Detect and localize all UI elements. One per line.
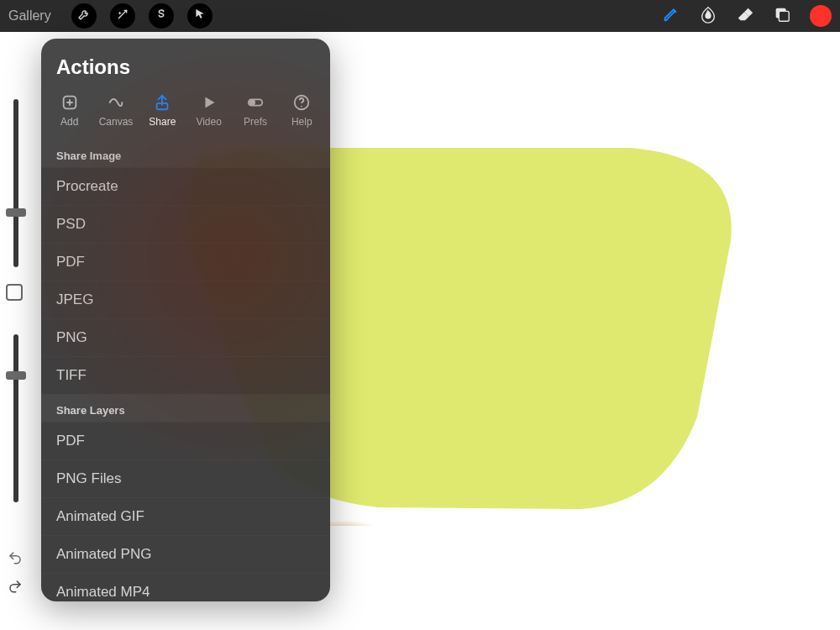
tab-prefs[interactable]: Prefs bbox=[232, 91, 278, 133]
tab-add[interactable]: Add bbox=[46, 91, 92, 133]
wrench-icon bbox=[77, 8, 91, 24]
magic-wand-icon bbox=[116, 8, 129, 24]
smudge-icon bbox=[699, 5, 717, 27]
share-format-item[interactable]: JPEG bbox=[41, 281, 330, 318]
share-format-item[interactable]: PSD bbox=[41, 205, 330, 243]
sidebar bbox=[0, 32, 25, 630]
smudge-tool-button[interactable] bbox=[699, 7, 717, 25]
tab-label: Add bbox=[60, 116, 78, 128]
undo-button[interactable] bbox=[7, 551, 24, 568]
tab-canvas[interactable]: Canvas bbox=[92, 91, 139, 133]
help-icon bbox=[291, 92, 312, 113]
brush-opacity-thumb[interactable] bbox=[6, 371, 26, 380]
tab-help[interactable]: Help bbox=[279, 91, 325, 133]
canvas-icon bbox=[106, 92, 126, 113]
layers-icon bbox=[773, 5, 791, 27]
share-image-header: Share Image bbox=[41, 139, 330, 167]
share-image-list: Procreate PSD PDF JPEG PNG TIFF bbox=[41, 167, 330, 394]
brush-size-thumb[interactable] bbox=[6, 208, 26, 217]
popover-tabs: Add Canvas Share Video Prefs Help bbox=[41, 91, 330, 139]
share-layers-list: PDF PNG Files Animated GIF Animated PNG … bbox=[41, 422, 330, 601]
modifier-button[interactable] bbox=[6, 284, 23, 301]
eraser-icon bbox=[736, 5, 754, 27]
actions-button[interactable] bbox=[71, 3, 97, 29]
share-format-item[interactable]: PDF bbox=[41, 422, 330, 459]
selection-button[interactable] bbox=[149, 3, 174, 29]
tab-video[interactable]: Video bbox=[186, 91, 232, 133]
share-format-item[interactable]: PNG Files bbox=[41, 459, 330, 497]
actions-popover: Actions Add Canvas Share Video Prefs Hel… bbox=[41, 39, 330, 601]
share-format-item[interactable]: Procreate bbox=[41, 167, 330, 205]
gallery-button[interactable]: Gallery bbox=[8, 8, 51, 24]
transform-button[interactable] bbox=[187, 3, 213, 29]
share-layers-header: Share Layers bbox=[41, 394, 330, 422]
redo-icon bbox=[8, 579, 23, 597]
add-icon bbox=[60, 92, 80, 113]
share-icon bbox=[152, 92, 172, 113]
share-format-item[interactable]: TIFF bbox=[41, 356, 330, 394]
svg-point-6 bbox=[250, 100, 255, 105]
brush-size-slider[interactable] bbox=[13, 99, 18, 267]
eraser-tool-button[interactable] bbox=[736, 7, 754, 25]
adjustments-button[interactable] bbox=[110, 3, 135, 29]
tab-label: Help bbox=[291, 116, 312, 128]
color-swatch[interactable] bbox=[810, 5, 832, 27]
tab-share[interactable]: Share bbox=[139, 91, 186, 133]
tab-label: Video bbox=[196, 116, 221, 128]
share-format-item[interactable]: PNG bbox=[41, 318, 330, 356]
arrow-cursor-icon bbox=[193, 8, 207, 24]
selection-s-icon bbox=[155, 8, 168, 24]
share-format-item[interactable]: Animated GIF bbox=[41, 497, 330, 535]
tab-label: Canvas bbox=[99, 116, 134, 128]
svg-rect-2 bbox=[779, 11, 789, 21]
redo-button[interactable] bbox=[7, 580, 24, 596]
prefs-toggle-icon bbox=[245, 92, 265, 113]
tab-label: Prefs bbox=[244, 116, 267, 128]
share-format-item[interactable]: PDF bbox=[41, 243, 330, 281]
layers-button[interactable] bbox=[773, 7, 791, 25]
share-format-item[interactable]: Animated MP4 bbox=[41, 573, 330, 601]
brush-opacity-slider[interactable] bbox=[13, 334, 18, 502]
topbar: Gallery bbox=[0, 0, 840, 32]
share-format-item[interactable]: Animated PNG bbox=[41, 535, 330, 573]
popover-title: Actions bbox=[41, 39, 330, 91]
brush-icon bbox=[662, 5, 680, 27]
svg-point-8 bbox=[301, 106, 302, 108]
undo-icon bbox=[8, 550, 23, 569]
brush-tool-button[interactable] bbox=[662, 7, 680, 25]
tab-label: Share bbox=[149, 116, 176, 128]
video-icon bbox=[199, 92, 219, 113]
